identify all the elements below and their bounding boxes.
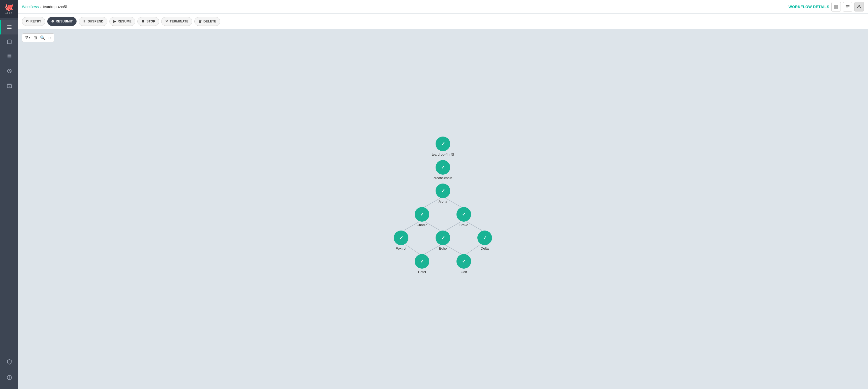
- breadcrumb-separator: /: [40, 5, 41, 9]
- zoom-out-icon: 🔍: [40, 35, 45, 40]
- stop-label: STOP: [147, 20, 155, 23]
- edge-alpha-charlie: [425, 198, 440, 207]
- layout-icon: ⊞: [33, 35, 37, 40]
- svg-text:✓: ✓: [441, 165, 445, 170]
- edge-delta-golf: [466, 245, 479, 254]
- resubmit-button[interactable]: ⊕ RESUBMIT: [47, 17, 76, 26]
- split-view-button[interactable]: [831, 2, 841, 11]
- svg-rect-7: [7, 56, 11, 57]
- filter-toolbar: ⧩ ▾ ⊞ 🔍 ⊕: [22, 33, 54, 42]
- node-alpha[interactable]: ✓ Alpha: [436, 184, 450, 203]
- workflow-graph: ✓ teardrop-4hn5l ✓ create-chain ✓ Alpha: [378, 136, 508, 282]
- edge-bravo-delta: [466, 222, 482, 230]
- node-echo[interactable]: ✓ Echo: [436, 230, 450, 250]
- node-foxtrot[interactable]: ✓ Foxtrot: [394, 230, 408, 250]
- filter-button[interactable]: ⧩ ▾: [25, 35, 30, 40]
- sidebar-item-security[interactable]: [0, 355, 18, 369]
- svg-text:Charlie: Charlie: [416, 223, 427, 227]
- terminate-label: TERMINATE: [170, 20, 189, 23]
- sidebar-item-workflows[interactable]: [0, 20, 18, 34]
- svg-rect-10: [7, 84, 11, 85]
- suspend-icon: ⏸: [83, 19, 86, 23]
- delete-icon: 🗑: [198, 19, 202, 23]
- edge-echo-golf: [445, 245, 461, 254]
- breadcrumb-workflows-link[interactable]: Workflows: [22, 5, 39, 9]
- resubmit-icon: ⊕: [51, 19, 54, 23]
- edge-echo-hotel: [425, 245, 440, 254]
- node-delta[interactable]: ✓ Delta: [477, 230, 492, 250]
- edge-bravo-echo: [445, 222, 461, 230]
- topbar-right: WORKFLOW DETAILS: [788, 2, 864, 11]
- sidebar-item-stacked[interactable]: [0, 49, 18, 64]
- node-charlie[interactable]: ✓ Charlie: [415, 207, 429, 227]
- stop-icon: ⏺: [142, 19, 145, 23]
- svg-rect-12: [9, 86, 10, 87]
- node-golf[interactable]: ✓ Golf: [457, 254, 471, 274]
- workflow-details-label: WORKFLOW DETAILS: [788, 5, 829, 9]
- breadcrumb: Workflows / teardrop-4hn5l: [22, 5, 785, 9]
- filter-icon: ⧩: [25, 35, 28, 40]
- version-label: v2.9.1: [5, 12, 12, 15]
- svg-rect-15: [834, 5, 836, 8]
- svg-point-22: [860, 7, 861, 8]
- sidebar-item-tasks[interactable]: [0, 34, 18, 49]
- svg-text:Foxtrot: Foxtrot: [396, 247, 407, 250]
- sidebar-item-history[interactable]: [0, 64, 18, 78]
- archive-icon: [6, 83, 12, 89]
- zoom-in-button[interactable]: ⊕: [48, 36, 52, 40]
- graph-view-button[interactable]: [855, 2, 864, 11]
- retry-button[interactable]: ↺ RETRY: [22, 17, 45, 26]
- suspend-button[interactable]: ⏸ SUSPEND: [79, 17, 107, 26]
- graph-container[interactable]: ⧩ ▾ ⊞ 🔍 ⊕: [18, 29, 868, 389]
- svg-text:✓: ✓: [462, 212, 466, 217]
- svg-text:✓: ✓: [420, 212, 424, 217]
- svg-point-20: [859, 5, 860, 6]
- split-view-icon: [834, 4, 838, 9]
- svg-rect-18: [846, 6, 849, 7]
- graph-svg-wrapper: ✓ teardrop-4hn5l ✓ create-chain ✓ Alpha: [18, 29, 868, 389]
- resume-button[interactable]: ▶ RESUME: [110, 17, 135, 26]
- svg-rect-6: [7, 55, 11, 56]
- delete-label: DELETE: [204, 20, 216, 23]
- app-logo: 🐙: [4, 3, 13, 11]
- node-hotel[interactable]: ✓ Hotel: [415, 254, 429, 274]
- retry-icon: ↺: [26, 19, 29, 23]
- edge-foxtrot-hotel: [406, 245, 420, 254]
- terminate-icon: ✕: [165, 19, 168, 23]
- suspend-label: SUSPEND: [88, 20, 103, 23]
- sidebar-item-archive[interactable]: [0, 78, 18, 93]
- svg-rect-17: [846, 5, 849, 6]
- svg-rect-16: [836, 5, 838, 8]
- clock-icon: [6, 68, 12, 74]
- svg-text:✓: ✓: [483, 235, 487, 240]
- stop-button[interactable]: ⏺ STOP: [137, 17, 159, 26]
- svg-text:✓: ✓: [441, 141, 445, 147]
- edge-alpha-bravo: [445, 198, 461, 207]
- sidebar-item-help[interactable]: ?: [0, 370, 18, 385]
- breadcrumb-current: teardrop-4hn5l: [43, 5, 67, 9]
- svg-text:teardrop-4hn5l: teardrop-4hn5l: [432, 153, 454, 156]
- text-view-button[interactable]: [843, 2, 852, 11]
- menu-icon: [6, 24, 12, 30]
- terminate-button[interactable]: ✕ TERMINATE: [161, 17, 192, 26]
- resume-icon: ▶: [114, 19, 116, 23]
- svg-rect-0: [7, 26, 11, 26]
- resume-label: RESUME: [118, 20, 131, 23]
- svg-text:?: ?: [8, 376, 10, 380]
- node-create-chain[interactable]: ✓ create-chain: [433, 160, 452, 180]
- topbar: Workflows / teardrop-4hn5l WORKFLOW DETA…: [18, 0, 868, 13]
- sidebar-bottom: ?: [0, 355, 18, 389]
- shield-icon: [6, 359, 12, 365]
- svg-text:Echo: Echo: [439, 247, 447, 250]
- help-icon: ?: [6, 375, 12, 380]
- svg-text:Hotel: Hotel: [418, 270, 426, 274]
- svg-rect-5: [8, 42, 10, 42]
- delete-button[interactable]: 🗑 DELETE: [194, 17, 220, 26]
- action-toolbar: ↺ RETRY ⊕ RESUBMIT ⏸ SUSPEND ▶ RESUME ⏺ …: [18, 13, 868, 29]
- sidebar-nav: [0, 18, 18, 355]
- layout-button[interactable]: ⊞: [33, 35, 37, 40]
- node-bravo[interactable]: ✓ Bravo: [457, 207, 471, 227]
- graph-view-icon: [857, 4, 862, 9]
- node-teardrop[interactable]: ✓ teardrop-4hn5l: [432, 136, 454, 156]
- zoom-out-button[interactable]: 🔍: [40, 35, 45, 40]
